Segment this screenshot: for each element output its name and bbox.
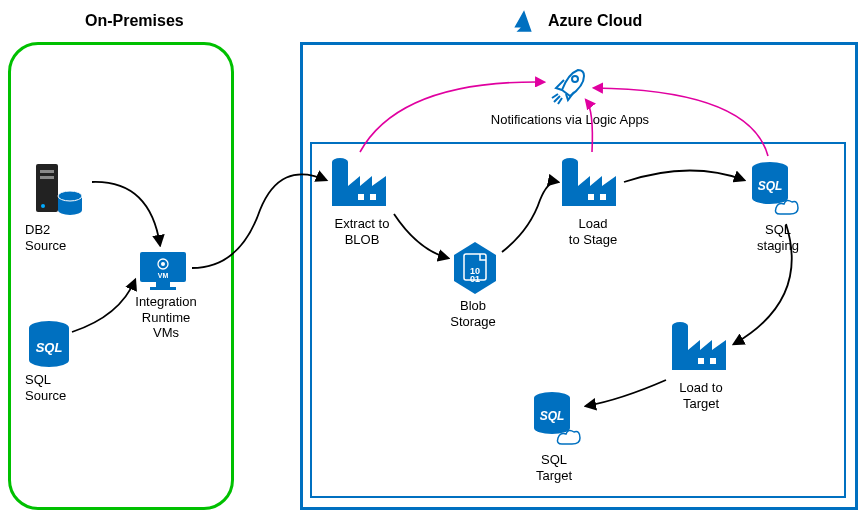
extract-factory-icon bbox=[330, 156, 390, 212]
svg-text:VM: VM bbox=[158, 272, 169, 279]
load-stage-label: Loadto Stage bbox=[558, 216, 628, 247]
svg-rect-20 bbox=[358, 194, 364, 200]
extract-blob-label: Extract toBLOB bbox=[322, 216, 402, 247]
svg-point-41 bbox=[572, 76, 578, 82]
logic-apps-rocket-icon bbox=[548, 66, 588, 106]
svg-rect-19 bbox=[332, 162, 348, 206]
notifications-label: Notifications via Logic Apps bbox=[460, 112, 680, 128]
vm-icon: VM bbox=[138, 250, 188, 292]
blob-storage-icon: 10 01 bbox=[450, 240, 500, 296]
svg-rect-27 bbox=[588, 194, 594, 200]
sql-staging-icon: SQL bbox=[748, 160, 800, 220]
onprem-zone-box bbox=[8, 42, 234, 510]
svg-text:01: 01 bbox=[470, 274, 480, 284]
load-target-factory-icon bbox=[670, 320, 730, 376]
svg-rect-13 bbox=[156, 282, 170, 287]
sql-source-icon: SQL bbox=[26, 320, 72, 370]
db2-source-label: DB2Source bbox=[25, 222, 85, 253]
svg-rect-14 bbox=[150, 287, 176, 290]
azure-zone-title: Azure Cloud bbox=[548, 12, 642, 30]
db2-server-icon bbox=[30, 160, 90, 220]
svg-point-3 bbox=[41, 204, 45, 208]
svg-point-16 bbox=[161, 262, 165, 266]
sql-source-label: SQLSource bbox=[25, 372, 85, 403]
svg-rect-35 bbox=[698, 358, 704, 364]
svg-rect-21 bbox=[370, 194, 376, 200]
svg-rect-2 bbox=[40, 176, 54, 179]
svg-rect-34 bbox=[672, 326, 688, 370]
svg-text:SQL: SQL bbox=[36, 340, 63, 355]
blob-storage-label: BlobStorage bbox=[438, 298, 508, 329]
svg-point-10 bbox=[29, 353, 69, 367]
svg-point-39 bbox=[534, 422, 570, 434]
svg-rect-36 bbox=[710, 358, 716, 364]
svg-point-31 bbox=[752, 192, 788, 204]
azure-logo-icon bbox=[510, 8, 536, 34]
load-stage-factory-icon bbox=[560, 156, 620, 212]
svg-point-6 bbox=[58, 205, 82, 215]
sql-staging-label: SQLstaging bbox=[748, 222, 808, 253]
svg-text:SQL: SQL bbox=[758, 179, 783, 193]
svg-rect-1 bbox=[40, 170, 54, 173]
onprem-zone-title: On-Premises bbox=[85, 12, 184, 30]
svg-rect-28 bbox=[600, 194, 606, 200]
load-target-label: Load toTarget bbox=[666, 380, 736, 411]
sql-target-label: SQLTarget bbox=[524, 452, 584, 483]
svg-rect-26 bbox=[562, 162, 578, 206]
svg-text:SQL: SQL bbox=[540, 409, 565, 423]
integration-runtime-label: IntegrationRuntimeVMs bbox=[126, 294, 206, 341]
sql-target-icon: SQL bbox=[530, 390, 582, 450]
